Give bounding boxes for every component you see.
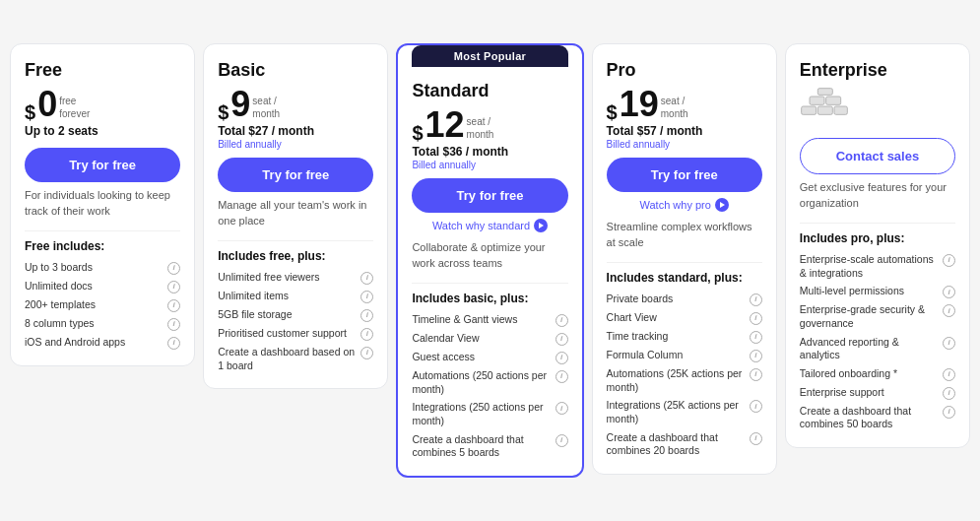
svg-rect-5: [817, 89, 832, 96]
plan-card-free: Free $ 0 freeforever Up to 2 seatsTry fo…: [10, 43, 195, 366]
price-meta: seat /month: [467, 115, 494, 141]
feature-item: Private boards i: [607, 293, 762, 306]
info-icon[interactable]: i: [750, 432, 762, 445]
billed-annually: Billed annually: [218, 139, 373, 150]
info-icon[interactable]: i: [750, 293, 762, 306]
feature-list-basic: Unlimited free viewers i Unlimited items…: [218, 271, 373, 372]
feature-text: Timeline & Gantt views: [412, 313, 551, 327]
cta-button-standard[interactable]: Try for free: [412, 178, 567, 213]
info-icon[interactable]: i: [943, 286, 955, 298]
price-amount: 12: [425, 107, 465, 143]
feature-item: Create a dashboard that combines 20 boar…: [607, 431, 762, 458]
info-icon[interactable]: i: [555, 434, 568, 447]
info-icon[interactable]: i: [555, 352, 568, 364]
info-icon[interactable]: i: [167, 262, 180, 275]
feature-text: Unlimited items: [218, 290, 357, 303]
plan-card-pro: Pro $ 19 seat /month Total $57 / monthBi…: [592, 43, 777, 475]
svg-rect-4: [825, 97, 840, 104]
cta-button-pro[interactable]: Try for free: [607, 158, 762, 192]
watch-link-standard[interactable]: Watch why standard: [412, 219, 567, 232]
includes-title-free: Free includes:: [25, 239, 180, 253]
info-icon[interactable]: i: [360, 272, 373, 285]
watch-link-pro[interactable]: Watch why pro: [607, 198, 762, 212]
feature-item: Automations (25K actions per month) i: [607, 367, 762, 394]
plan-card-standard: Most PopularStandard $ 12 seat /month To…: [396, 43, 583, 478]
feature-item: Create a dashboard based on 1 board i: [218, 346, 373, 372]
info-icon[interactable]: i: [750, 400, 762, 413]
info-icon[interactable]: i: [555, 370, 568, 383]
info-icon[interactable]: i: [943, 387, 955, 400]
feature-text: Integrations (250 actions per month): [412, 401, 551, 427]
feature-text: Enterprise support: [800, 386, 939, 400]
feature-item: 5GB file storage i: [218, 308, 373, 322]
plan-price-row-free: $ 0 freeforever: [25, 87, 180, 122]
feature-item: Unlimited docs i: [25, 280, 180, 293]
info-icon[interactable]: i: [360, 309, 373, 322]
plan-name-standard: Standard: [412, 81, 567, 101]
info-icon[interactable]: i: [943, 337, 955, 350]
feature-item: Chart View i: [607, 311, 762, 325]
feature-item: Tailored onboarding * i: [800, 367, 955, 381]
info-icon[interactable]: i: [750, 312, 762, 325]
feature-text: Create a dashboard that combines 50 boar…: [800, 405, 939, 431]
plan-name-enterprise: Enterprise: [800, 60, 955, 81]
feature-item: Unlimited free viewers i: [218, 271, 373, 285]
feature-item: Time tracking i: [607, 330, 762, 344]
divider: [607, 262, 762, 263]
price-total: Total $36 / month: [412, 145, 567, 159]
feature-text: Integrations (25K actions per month): [607, 399, 746, 425]
plan-price-row-pro: $ 19 seat /month: [607, 87, 762, 122]
info-icon[interactable]: i: [555, 314, 568, 327]
includes-title-standard: Includes basic, plus:: [412, 292, 567, 305]
svg-rect-0: [801, 106, 816, 114]
info-icon[interactable]: i: [750, 331, 762, 344]
svg-rect-3: [810, 97, 824, 104]
info-icon[interactable]: i: [555, 333, 568, 346]
feature-item: Create a dashboard that combines 5 board…: [412, 433, 567, 460]
plan-card-enterprise: Enterprise Contact salesGet exclusive fe…: [785, 43, 970, 448]
info-icon[interactable]: i: [167, 299, 180, 312]
feature-text: Enterprise-grade security & governance: [800, 303, 939, 330]
info-icon[interactable]: i: [943, 406, 955, 419]
feature-item: Up to 3 boards i: [25, 261, 180, 275]
price-amount: 19: [620, 87, 659, 122]
info-icon[interactable]: i: [167, 318, 180, 331]
feature-text: Unlimited free viewers: [218, 271, 357, 285]
feature-text: Create a dashboard based on 1 board: [218, 346, 357, 372]
cta-button-free[interactable]: Try for free: [25, 148, 180, 182]
play-icon: [534, 219, 548, 232]
info-icon[interactable]: i: [750, 350, 762, 362]
info-icon[interactable]: i: [167, 337, 180, 350]
info-icon[interactable]: i: [750, 368, 762, 381]
info-icon[interactable]: i: [943, 304, 955, 317]
info-icon[interactable]: i: [943, 368, 955, 381]
feature-item: Enterprise-scale automations & integrati…: [800, 253, 955, 280]
info-icon[interactable]: i: [360, 347, 373, 359]
feature-text: Create a dashboard that combines 5 board…: [412, 433, 551, 460]
info-icon[interactable]: i: [555, 402, 568, 415]
billed-annually: Billed annually: [607, 139, 762, 150]
plan-price-row-basic: $ 9 seat /month: [218, 87, 373, 122]
cta-button-enterprise[interactable]: Contact sales: [800, 138, 955, 174]
price-amount: 0: [37, 87, 57, 122]
info-icon[interactable]: i: [360, 328, 373, 341]
feature-list-free: Up to 3 boards i Unlimited docs i 200+ t…: [25, 261, 180, 350]
feature-text: Formula Column: [607, 349, 746, 362]
feature-text: Chart View: [607, 311, 746, 325]
info-icon[interactable]: i: [167, 281, 180, 293]
info-icon[interactable]: i: [360, 291, 373, 303]
feature-item: Guest access i: [412, 351, 567, 364]
info-icon[interactable]: i: [943, 254, 955, 267]
play-icon: [715, 198, 729, 212]
divider: [800, 223, 955, 224]
price-dollar: $: [412, 123, 423, 143]
cta-button-basic[interactable]: Try for free: [218, 158, 373, 192]
divider: [25, 230, 180, 231]
feature-item: Multi-level permissions i: [800, 285, 955, 298]
includes-title-basic: Includes free, plus:: [218, 249, 373, 263]
plan-desc-pro: Streamline complex workflows at scale: [607, 220, 762, 250]
seats-label: Up to 2 seats: [25, 124, 180, 138]
feature-item: Automations (250 actions per month) i: [412, 369, 567, 396]
plan-name-basic: Basic: [218, 60, 373, 81]
feature-item: Formula Column i: [607, 349, 762, 362]
